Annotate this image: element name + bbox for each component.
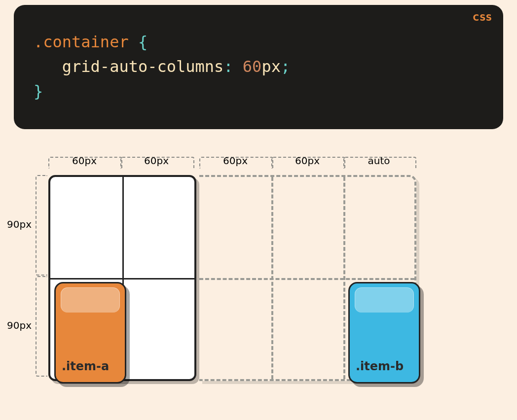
css-number: 60 (243, 57, 262, 76)
grid-item-label: .item-a (62, 359, 109, 373)
css-property: grid-auto-columns (62, 57, 224, 76)
column-size-label: 60px (47, 155, 121, 167)
column-size-label: 60px (198, 155, 272, 167)
row-bracket (36, 175, 47, 276)
css-unit: px (261, 57, 281, 76)
brace-close: } (34, 82, 43, 101)
row-size-label: 90px (7, 319, 37, 331)
grid-line-vertical (343, 177, 345, 379)
brace-open: { (129, 33, 148, 51)
grid-item: .item-a (54, 282, 126, 384)
grid-line-horizontal (199, 278, 414, 280)
column-size-label: 60px (119, 155, 193, 167)
row-bracket (36, 276, 47, 377)
language-badge: CSS (473, 13, 492, 23)
grid-diagram: 60px60px60px60pxauto 90px90px .item-a.it… (0, 148, 517, 420)
grid-item-label: .item-b (356, 359, 404, 373)
grid-item: .item-b (348, 282, 420, 384)
code-content: .container { grid-auto-columns: 60px; } (34, 30, 290, 104)
indent (34, 57, 62, 76)
semicolon: ; (281, 57, 290, 76)
colon: : (223, 57, 243, 76)
css-selector: .container (34, 33, 129, 51)
column-size-label: auto (342, 155, 416, 167)
grid-line-vertical (271, 177, 273, 379)
code-block: CSS .container { grid-auto-columns: 60px… (14, 5, 503, 129)
column-size-label: 60px (270, 155, 344, 167)
row-size-label: 90px (7, 218, 37, 230)
